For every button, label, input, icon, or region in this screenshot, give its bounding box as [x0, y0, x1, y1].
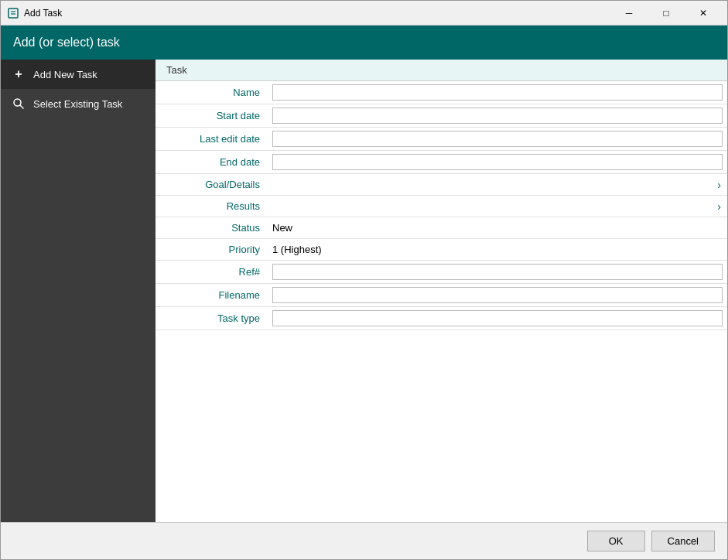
input-name[interactable]: [272, 84, 723, 101]
svg-line-4: [20, 105, 23, 108]
form-area: Name Start date Last edit date: [156, 81, 727, 522]
value-goal-details[interactable]: ›: [268, 174, 727, 195]
content-area: Task Name Start date: [156, 60, 727, 522]
title-bar-controls: ─ □ ✕: [611, 2, 721, 25]
value-filename: [268, 284, 727, 306]
sidebar-item-label-select: Select Existing Task: [33, 98, 122, 110]
form-row-results[interactable]: Results ›: [156, 196, 727, 217]
content-header: Task: [156, 60, 727, 81]
dialog-header: Add (or select) task: [1, 26, 727, 60]
value-status: New: [268, 217, 727, 238]
cancel-button[interactable]: Cancel: [651, 531, 715, 551]
label-ref: Ref#: [156, 261, 268, 283]
form-row-status: Status New: [156, 217, 727, 239]
form-row-name: Name: [156, 81, 727, 104]
input-task-type[interactable]: [272, 310, 723, 326]
label-status: Status: [156, 217, 268, 238]
sidebar: + Add New Task Select Existing Task: [1, 60, 156, 522]
label-start-date: Start date: [156, 104, 268, 127]
input-end-date[interactable]: [272, 154, 723, 170]
window-icon: [7, 7, 19, 19]
maximize-button[interactable]: □: [648, 2, 684, 25]
sidebar-item-add-new-task[interactable]: + Add New Task: [1, 60, 156, 89]
input-ref[interactable]: [272, 264, 723, 280]
svg-rect-0: [9, 9, 18, 18]
form-row-end-date: End date: [156, 151, 727, 174]
label-filename: Filename: [156, 284, 268, 306]
form-row-goal-details[interactable]: Goal/Details ›: [156, 174, 727, 196]
value-ref: [268, 261, 727, 283]
label-last-edit-date: Last edit date: [156, 128, 268, 150]
value-name: [268, 81, 727, 104]
value-last-edit-date: [268, 128, 727, 150]
form-row-start-date: Start date: [156, 104, 727, 128]
value-results[interactable]: ›: [268, 196, 727, 217]
chevron-right-icon-results: ›: [717, 200, 721, 213]
title-bar: Add Task ─ □ ✕: [1, 1, 727, 26]
close-button[interactable]: ✕: [685, 2, 721, 25]
content-header-label: Task: [166, 64, 187, 76]
form-row-priority: Priority 1 (Highest): [156, 239, 727, 261]
value-priority: 1 (Highest): [268, 239, 727, 260]
label-end-date: End date: [156, 151, 268, 173]
plus-icon: +: [12, 67, 26, 81]
ok-button[interactable]: OK: [587, 531, 645, 551]
bottom-bar: OK Cancel: [1, 522, 727, 559]
label-task-type: Task type: [156, 307, 268, 330]
minimize-button[interactable]: ─: [611, 2, 647, 25]
dialog-title: Add (or select) task: [13, 36, 120, 50]
main-window: Add Task ─ □ ✕ Add (or select) task + Ad…: [0, 0, 728, 560]
form-row-ref: Ref#: [156, 261, 727, 284]
value-start-date: [268, 104, 727, 127]
input-filename[interactable]: [272, 287, 723, 303]
value-end-date: [268, 151, 727, 173]
form-row-last-edit-date: Last edit date: [156, 128, 727, 151]
sidebar-item-select-existing-task[interactable]: Select Existing Task: [1, 89, 156, 118]
label-goal-details: Goal/Details: [156, 174, 268, 195]
text-status: New: [272, 222, 292, 234]
form-row-task-type: Task type: [156, 307, 727, 330]
text-priority: 1 (Highest): [272, 244, 322, 255]
value-task-type: [268, 307, 727, 330]
input-start-date[interactable]: [272, 108, 723, 124]
form-row-filename: Filename: [156, 284, 727, 307]
label-name: Name: [156, 81, 268, 104]
input-last-edit-date[interactable]: [272, 131, 723, 147]
window-title: Add Task: [24, 8, 611, 19]
chevron-right-icon: ›: [717, 179, 721, 191]
label-results: Results: [156, 196, 268, 217]
search-icon: [12, 97, 26, 111]
sidebar-item-label-add: Add New Task: [33, 69, 97, 80]
label-priority: Priority: [156, 239, 268, 260]
main-content: + Add New Task Select Existing Task Task: [1, 60, 727, 522]
